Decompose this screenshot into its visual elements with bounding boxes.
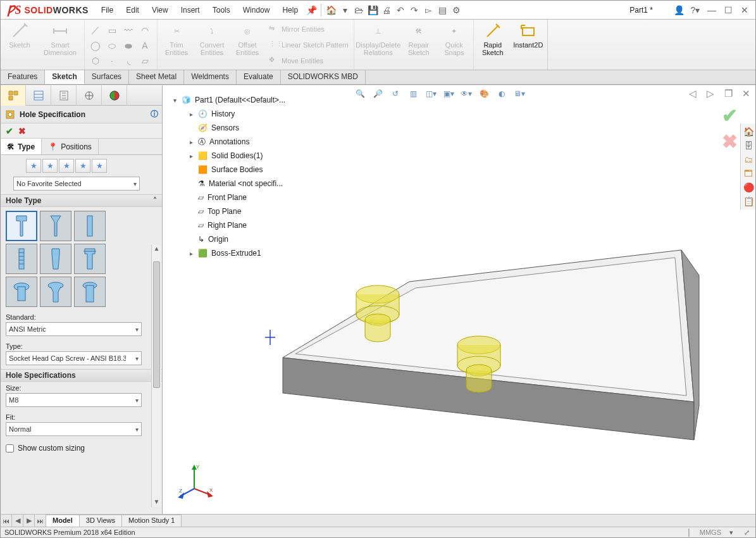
circle-tool-icon[interactable]: ◯ [89,39,102,53]
pm-help-icon[interactable]: ⓘ [151,109,158,120]
redo-icon[interactable]: ↷ [407,3,421,17]
slot-tool-icon[interactable]: ⬬ [121,39,135,53]
menu-file[interactable]: File [95,6,120,15]
hole-type-slot[interactable] [74,277,106,307]
ribbon-offset[interactable]: ◎Offset Entities [230,20,265,70]
panel-tab-appearance[interactable] [102,85,127,106]
section-hole-spec[interactable]: Hole Specifications˄ [1,369,162,382]
custom-sizing-checkbox[interactable]: Show custom sizing [1,440,162,456]
ribbon-pattern[interactable]: ⋮⋮Linear Sketch Pattern [269,39,349,51]
fit-select[interactable]: Normal▾ [6,422,142,436]
polygon-tool-icon[interactable]: ⬡ [89,54,102,68]
fav-save-icon[interactable]: ★ [75,159,90,173]
tab-nav-next[interactable]: ▶ [23,515,35,527]
fav-load-icon[interactable]: ★ [92,159,107,173]
maximize-icon[interactable]: ☐ [721,3,735,17]
select-icon[interactable]: ▻ [421,3,435,17]
help-icon[interactable]: ?▾ [688,3,702,17]
ribbon-rapid-sketch[interactable]: Rapid Sketch [475,20,511,70]
status-maximize-icon[interactable]: ⤢ [741,528,752,537]
rect-tool-icon[interactable]: ▭ [105,23,119,37]
undo-icon[interactable]: ↶ [393,3,407,17]
status-units[interactable]: MMGS [700,529,721,536]
ribbon-trim[interactable]: ✂Trim Entities [159,20,194,70]
point-tool-icon[interactable]: · [105,54,119,68]
pm-ok-button[interactable]: ✔ [6,126,13,136]
menu-insert[interactable]: Insert [175,6,206,15]
options-icon[interactable]: ⚙ [449,3,463,17]
pin-icon[interactable]: 📌 [304,3,318,17]
size-select[interactable]: M8▾ [6,393,142,407]
menu-edit[interactable]: Edit [120,6,146,15]
new-icon[interactable]: ▾ [338,3,352,17]
hole-type-slot-cs[interactable] [40,277,71,307]
tab-weldments[interactable]: Weldments [184,70,237,84]
standard-select[interactable]: ANSI Metric▾ [6,322,142,336]
graphics-area[interactable]: 🔍 🔎 ↺ ▥ ◫▾ ▣▾ 👁▾ 🎨 ◐ 🖥▾ ◁ ▷ ❐ ✕ ✔ ✖ 🏠 🗄 … [163,85,755,514]
ribbon-display-delete[interactable]: ⊥Display/Delete Relations [356,20,401,70]
tab-sketch[interactable]: Sketch [45,70,84,84]
menu-tools[interactable]: Tools [206,6,237,15]
arc-tool-icon[interactable]: ◠ [138,23,152,37]
ribbon-quick-snaps[interactable]: ✦Quick Snaps [437,20,472,70]
print-icon[interactable]: 🖨 [380,3,393,17]
tab-sheet-metal[interactable]: Sheet Metal [129,70,184,84]
menu-window[interactable]: Window [237,6,276,15]
panel-tab-dimxpert[interactable] [77,85,102,106]
ribbon-instant2d[interactable]: Instant2D [511,20,546,70]
pm-scroll-body[interactable]: ★ ★ ★ ★ ★ No Favorite Selected▾ Hole Typ… [1,155,162,517]
text-tool-icon[interactable]: A [138,39,152,53]
plane-tool-icon[interactable]: ▱ [138,54,152,68]
spline-tool-icon[interactable]: 〰 [121,23,135,37]
ribbon-smart-dimension[interactable]: Smart Dimension [37,20,83,70]
hole-type-pipetap[interactable] [40,244,71,274]
panel-tab-config[interactable] [51,85,77,106]
close-icon[interactable]: ✕ [738,3,752,17]
ribbon-convert[interactable]: ⤵Convert Entities [194,20,230,70]
hole-type-slot-cb[interactable] [6,277,37,307]
ribbon-mirror[interactable]: ⇋Mirror Entities [269,23,349,35]
user-icon[interactable]: 👤 [672,3,686,17]
hole-type-legacy[interactable] [74,244,106,274]
pm-tab-positions[interactable]: 📍Positions [42,139,99,154]
tab-nav-last[interactable]: ⏭ [35,515,46,527]
ribbon-sketch[interactable]: Sketch [2,20,37,70]
type-select[interactable]: Socket Head Cap Screw - ANSI B18.3▾ [6,351,142,365]
view-triad[interactable]: Y X Z [177,462,214,500]
hole-type-countersink[interactable] [40,211,71,241]
save-icon[interactable]: 💾 [366,3,380,17]
pm-scrollbar[interactable]: ▲▼ [151,245,161,507]
tab-mbd[interactable]: SOLIDWORKS MBD [281,70,366,84]
menu-view[interactable]: View [146,6,175,15]
pm-tab-type[interactable]: 🛠Type [1,139,42,154]
tab-nav-first[interactable]: ⏮ [1,515,12,527]
line-tool-icon[interactable]: ／ [89,23,102,37]
tab-nav-prev[interactable]: ◀ [12,515,23,527]
hole-type-counterbore[interactable] [6,211,37,241]
bottom-tab-model[interactable]: Model [46,515,80,527]
pm-cancel-button[interactable]: ✖ [18,126,26,136]
bottom-tab-motion[interactable]: Motion Study 1 [122,515,182,527]
home-icon[interactable]: 🏠 [324,3,338,17]
ellipse-tool-icon[interactable]: ⬭ [105,39,119,53]
fav-delete-icon[interactable]: ★ [59,159,74,173]
panel-tab-feature-tree[interactable] [1,85,26,106]
fav-add-icon[interactable]: ★ [42,159,58,173]
ribbon-repair[interactable]: 🛠Repair Sketch [401,20,437,70]
tab-surfaces[interactable]: Surfaces [85,70,129,84]
menu-help[interactable]: Help [276,6,304,15]
bottom-tab-3dviews[interactable]: 3D Views [80,515,122,527]
rebuild-icon[interactable]: ▤ [435,3,449,17]
section-hole-type[interactable]: Hole Type˄ [1,194,162,207]
ribbon-move[interactable]: ✥Move Entities [269,54,349,67]
fillet-tool-icon[interactable]: ◟ [121,54,135,68]
status-dropdown-icon[interactable]: ▾ [726,528,736,537]
hole-type-hole[interactable] [74,211,106,241]
hole-type-tap[interactable] [6,244,37,274]
tab-features[interactable]: Features [1,70,45,84]
open-icon[interactable]: 🗁 [352,3,366,17]
fav-apply-icon[interactable]: ★ [26,159,41,173]
tab-evaluate[interactable]: Evaluate [237,70,281,84]
favorite-select[interactable]: No Favorite Selected▾ [13,177,140,191]
minimize-icon[interactable]: — [705,3,719,17]
